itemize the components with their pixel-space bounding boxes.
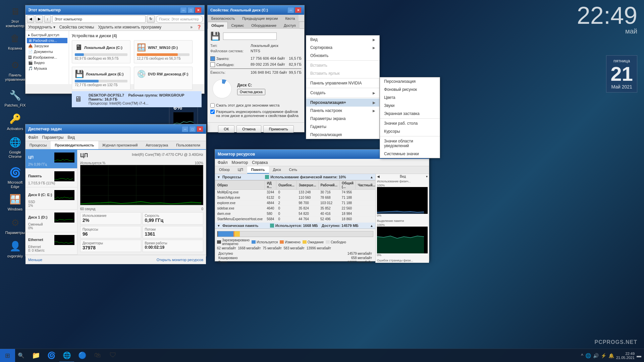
explorer-controls[interactable]: ─ □ ✕: [180, 7, 202, 13]
taskbar-icon-ie[interactable]: 🔵: [75, 349, 90, 362]
disk-name-field[interactable]: [223, 33, 277, 40]
rm-tab-memory[interactable]: Память: [247, 166, 269, 174]
perf-mem[interactable]: Память 1,7/15,9 ГБ (11%): [25, 169, 77, 187]
disk-props-controls[interactable]: ─ ✕: [287, 7, 302, 13]
footer-resmon[interactable]: Открыть монитор ресурсов: [157, 258, 203, 262]
desktop-icon-windows[interactable]: 🪟 Windows: [3, 191, 27, 213]
right-view-arrow[interactable]: ▾: [426, 175, 428, 178]
proc-row[interactable]: dwm.exe580054 82040 41618 984: [215, 211, 376, 217]
apply-button[interactable]: Применить: [263, 125, 294, 133]
desktop-icon-patches[interactable]: 🔧 Patches_FIX: [3, 87, 27, 109]
tray-notifications[interactable]: 🔔: [608, 353, 614, 358]
start-button[interactable]: ⊞: [0, 349, 15, 362]
menu-properties[interactable]: Свойства системы: [59, 25, 94, 29]
refresh-button[interactable]: ↻: [147, 15, 155, 23]
proc-row[interactable]: explorer.exe4844298 700103 01271 188: [215, 200, 376, 206]
tray-network[interactable]: 🌐: [585, 353, 591, 358]
sub-ctx-screensaver[interactable]: Экранная заставка: [380, 110, 440, 118]
ctx-view[interactable]: Вид▶: [306, 36, 379, 44]
drive-f[interactable]: 💿 DVD RW дисковод (F:): [134, 67, 193, 90]
phys-mem-section-header[interactable]: ▼ Физическая память Используется: 1668 М…: [215, 223, 375, 229]
ctx-personal[interactable]: Персонализация: [306, 131, 379, 139]
desktop-icon-ovgorskiy[interactable]: 👤 ovgorskiy: [3, 238, 27, 260]
tray-expand[interactable]: ^: [581, 353, 583, 358]
ctx-refresh[interactable]: Обновить: [306, 52, 379, 60]
menu-help[interactable]: ❓: [197, 25, 202, 29]
proc-row[interactable]: SearchApp.exe61320110 56078 66871 188: [215, 195, 376, 200]
ctx-create[interactable]: Создать▶: [306, 89, 379, 97]
sub-ctx-sys-icons[interactable]: Системные значки: [380, 150, 440, 158]
proc-row[interactable]: StartMenuExperienceHost.exe5684044 76452…: [215, 217, 376, 222]
tm-tab-perf[interactable]: Производительность: [51, 141, 98, 149]
ctx-settings-panel[interactable]: Панель настроек▶: [306, 107, 379, 115]
sidebar-desktop[interactable]: 🖥 Рабочий сто...: [27, 38, 67, 43]
sub-ctx-notif-icons[interactable]: Значки области уведомлений: [380, 137, 440, 150]
desktop-icon-edge[interactable]: 🌀 MicrosoftEdge: [3, 164, 27, 190]
compress-checkbox[interactable]: [210, 103, 215, 108]
rm-tab-network[interactable]: Сеть: [285, 166, 301, 174]
perf-disk1[interactable]: Диск 1 (D:) Сменный0%: [25, 210, 77, 232]
up-button[interactable]: ↑: [44, 15, 51, 23]
proc-row[interactable]: MsMpEng.exe32440133 24830 71674 956: [215, 190, 376, 195]
tab-prev[interactable]: Предыдущие версии: [238, 15, 281, 22]
tm-menu-view[interactable]: Вид: [67, 135, 75, 140]
perf-cpu[interactable]: ЦП 2% 0,99 ГГц: [25, 150, 77, 169]
phys-scroll-up[interactable]: ▲: [370, 224, 373, 228]
tm-close[interactable]: ✕: [197, 126, 203, 132]
maximize-button[interactable]: □: [187, 7, 194, 13]
tm-tab-users[interactable]: Пользователи: [172, 141, 204, 149]
desktop-icon-basket[interactable]: 🗑 Корзина: [3, 30, 27, 52]
perf-disk0[interactable]: Диск 0 (C: E:) SSD1%: [25, 187, 77, 210]
dp-minimize[interactable]: ─: [287, 7, 294, 13]
tab-general[interactable]: Общие: [208, 22, 228, 29]
tm-menu-file[interactable]: Файл: [28, 135, 38, 140]
footer-less[interactable]: Меньше: [28, 258, 42, 262]
tm-tab-details[interactable]: Подробности: [204, 141, 206, 149]
scroll-up[interactable]: ▲: [370, 175, 373, 179]
sub-ctx-sounds[interactable]: Звуки: [380, 102, 440, 110]
sub-ctx-wallpaper[interactable]: Фоновый рисунок: [380, 85, 440, 94]
tab-hardware[interactable]: Оборудование: [248, 22, 280, 29]
tm-maximize[interactable]: □: [189, 126, 196, 132]
desktop-icon-settings[interactable]: ⚙ Параметры: [3, 215, 27, 236]
tray-sound[interactable]: 🔊: [593, 353, 599, 358]
drive-c[interactable]: 🖥 Локальный Диск (C:) 82,9 ГБ свободно и…: [72, 40, 130, 63]
sub-ctx-desktop-icons[interactable]: Значки раб. стола: [380, 119, 440, 127]
rm-menu-monitor[interactable]: Монитор: [232, 160, 248, 165]
tm-menu-params[interactable]: Параметры: [42, 135, 64, 140]
perf-eth[interactable]: Ethernet Ethernet0: 0 Кбит/с: [25, 232, 77, 255]
menu-extra[interactable]: »: [190, 25, 193, 29]
clean-disk-button[interactable]: Очистка диска: [237, 89, 265, 95]
sub-ctx-cursors[interactable]: Курсоры: [380, 127, 440, 135]
desktop-icon-chrome[interactable]: 🌐 GoogleChrome: [3, 134, 27, 160]
tm-tab-processes[interactable]: Процессы: [25, 141, 51, 149]
sidebar-video[interactable]: 🎬 Видео: [27, 60, 67, 66]
taskbar-icon-store[interactable]: 🛍: [90, 349, 105, 362]
right-nav-left[interactable]: ◀: [377, 175, 380, 178]
tm-minimize[interactable]: ─: [182, 126, 189, 132]
tab-access[interactable]: Доступ: [280, 22, 300, 29]
tm-tab-applog[interactable]: Журнал приложений: [98, 141, 142, 149]
back-button[interactable]: ◀: [27, 15, 34, 23]
tab-quota[interactable]: Квота: [281, 15, 299, 22]
rm-menu-file[interactable]: Файл: [218, 160, 228, 165]
taskbar-search[interactable]: 🔍: [15, 349, 27, 362]
tab-service[interactable]: Сервис: [228, 22, 248, 29]
taskmgr-controls[interactable]: ─ □ ✕: [182, 126, 203, 132]
drive-e[interactable]: 💾 Локальный диск (E:) 72,7 ГБ свободно и…: [72, 67, 130, 90]
ctx-display[interactable]: Параметры экрана: [306, 115, 379, 123]
desktop-icon-activators[interactable]: 🔑 Activators: [3, 111, 27, 132]
tm-tab-startup[interactable]: Автозагрузка: [142, 141, 172, 149]
cancel-button[interactable]: Отмена: [236, 125, 261, 133]
sidebar-downloads[interactable]: 📥 Загрузки: [27, 43, 67, 49]
taskbar-icon-chrome[interactable]: 🌐: [59, 349, 74, 362]
rm-tab-cpu[interactable]: ЦП: [234, 166, 247, 174]
desktop-icon-control[interactable]: ⚙ Панельуправления: [3, 57, 27, 83]
drive-d[interactable]: 🪟 WIN7_WIN10 (D:) 12,2 ГБ свободно из 56…: [134, 40, 193, 63]
ctx-gadgets[interactable]: Гаджеты: [306, 123, 379, 131]
sidebar-images[interactable]: 🖼 Изображени...: [27, 55, 67, 60]
sidebar-music[interactable]: 🎵 Музыка: [27, 66, 67, 71]
show-desktop[interactable]: ▬: [637, 353, 641, 358]
tray-battery[interactable]: ⚡: [601, 353, 606, 358]
taskbar-icon-edge[interactable]: 🌀: [44, 349, 59, 362]
